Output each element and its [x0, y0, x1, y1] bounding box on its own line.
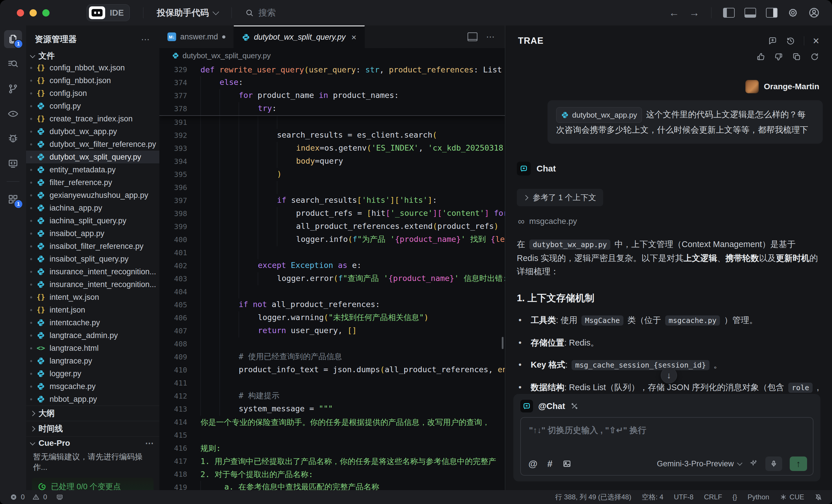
file-item[interactable]: insaibot_filter_reference.py [26, 240, 159, 253]
close-window-button[interactable] [17, 9, 24, 17]
code-line[interactable]: 4182. 对于每个提取出的产品名称: [159, 468, 505, 481]
outline-section-header[interactable]: 大纲 [26, 405, 159, 421]
code-line[interactable]: 410product_info_text = json.dumps(all_pr… [159, 364, 505, 376]
send-button[interactable]: ↑ [790, 456, 807, 471]
code-line[interactable]: 414你是一个专业的保险查询助手。你的任务是根据提供的产品信息，改写用户的查询， [159, 416, 505, 429]
code-line[interactable]: 413system_message = """ [159, 403, 505, 416]
code-line[interactable]: 394body=query [159, 155, 505, 168]
code-line[interactable]: 396 [159, 181, 505, 194]
thumbs-down-icon[interactable] [774, 52, 783, 61]
line-ending[interactable]: CRLF [704, 493, 722, 501]
file-item[interactable]: iachina_app.py [26, 202, 159, 214]
file-item[interactable]: <>langtrace.html [26, 342, 159, 354]
tab-dutybot-wx-split-query[interactable]: dutybot_wx_split_query.py × [234, 26, 365, 48]
context-file-row[interactable]: ∞ msgcache.py [518, 217, 832, 226]
code-line[interactable]: 393index=os.getenv('ES_INDEX', 'cx_kdb_2… [159, 142, 505, 155]
file-item[interactable]: logger.py [26, 367, 159, 380]
cue-pro-header[interactable]: Cue-Pro ⋯ [26, 436, 159, 450]
tools-icon[interactable] [570, 402, 578, 410]
account-avatar-icon[interactable] [808, 7, 820, 19]
tab-answer-md[interactable]: M↓ answer.md [159, 26, 234, 48]
file-reference-chip[interactable]: dutybot_wx_app.py [556, 107, 642, 123]
code-line[interactable]: 408 [159, 338, 505, 350]
file-item[interactable]: insaibot_app.py [26, 227, 159, 240]
explorer-more-button[interactable]: ⋯ [141, 38, 151, 41]
warnings-icon[interactable] [32, 493, 40, 501]
file-item[interactable]: gexianyewuzhushou_app.py [26, 189, 159, 202]
close-panel-icon[interactable]: × [813, 35, 819, 46]
cue-pro-more-button[interactable]: ⋯ [145, 442, 155, 445]
nav-back-button[interactable]: ← [669, 7, 679, 18]
zoom-window-button[interactable] [42, 9, 50, 17]
code-line[interactable]: 329def rewrite_user_query(user_query: st… [159, 63, 505, 76]
code-line[interactable]: 4171. 用户查询中已经提取出了产品名称，你的任务是将这些名称与参考信息中的完… [159, 455, 505, 468]
code-line[interactable]: 377for product_name in product_names: [159, 89, 505, 102]
code-line[interactable]: 400logger.info(f"为产品 '{product_name}' 找到… [159, 233, 505, 246]
language-mode[interactable]: Python [748, 493, 770, 501]
activity-preview[interactable] [4, 105, 22, 123]
close-tab-icon[interactable]: × [352, 32, 357, 42]
code-line[interactable]: 407return user_query, [] [159, 324, 505, 338]
timeline-section-header[interactable]: 时间线 [26, 421, 159, 436]
code-line[interactable]: 374else: [159, 76, 505, 89]
code-line[interactable]: 404 [159, 285, 505, 298]
split-editor-icon[interactable] [468, 32, 477, 41]
file-item[interactable]: {}config_nbbot_wx.json [26, 61, 159, 74]
file-item[interactable]: {}intent_wx.json [26, 291, 159, 303]
errors-icon[interactable] [10, 493, 17, 501]
image-icon[interactable] [562, 459, 572, 468]
activity-search[interactable] [4, 55, 22, 73]
braces-mode-icon[interactable]: {} [733, 493, 737, 501]
code-line[interactable]: 397if search_results['hits']['hits']: [159, 194, 505, 207]
file-item[interactable]: insurance_intent_recognition... [26, 265, 159, 278]
nav-forward-button[interactable]: → [689, 7, 700, 18]
editor-more-button[interactable]: ⋯ [486, 35, 496, 38]
message-input[interactable]: "↑↓" 切换历史输入 , "⇧↵" 换行 @ # Gemini-3-Pro-P… [520, 417, 813, 476]
activity-terminal[interactable] [4, 155, 22, 173]
hashtag-icon[interactable]: # [547, 458, 552, 469]
mic-button[interactable] [765, 456, 782, 471]
file-item[interactable]: msgcache.py [26, 380, 159, 393]
notifications-muted-icon[interactable] [815, 493, 822, 501]
breadcrumb[interactable]: dutybot_wx_split_query.py [159, 48, 505, 63]
regenerate-icon[interactable] [810, 52, 819, 61]
cue-status[interactable]: CUE [780, 493, 804, 501]
app-logo-pill[interactable]: IDE [87, 4, 130, 21]
toggle-bottom-panel-button[interactable] [745, 8, 756, 18]
model-selector[interactable]: Gemini-3-Pro-Preview [657, 459, 742, 468]
encoding[interactable]: UTF-8 [674, 493, 694, 501]
project-selector[interactable]: 投保助手代码 [157, 7, 218, 19]
file-item[interactable]: dutybot_wx_split_query.py [26, 151, 159, 163]
code-line[interactable]: 401 [159, 246, 505, 259]
copy-icon[interactable] [792, 52, 801, 61]
file-item[interactable]: intentcache.py [26, 316, 159, 329]
code-line[interactable]: 419 a. 在参考信息中查找最匹配的完整产品名称 [159, 481, 505, 490]
code-line[interactable]: 415 [159, 429, 505, 442]
file-item[interactable]: {}intent.json [26, 303, 159, 316]
file-item[interactable]: filter_reference.py [26, 176, 159, 189]
code-line[interactable]: 406logger.warning("未找到任何产品相关信息") [159, 311, 505, 324]
code-line[interactable]: 402except Exception as e: [159, 259, 505, 272]
editor-scrollbar-thumb[interactable] [502, 337, 503, 349]
input-mode-label[interactable]: @Chat [538, 401, 565, 411]
file-item[interactable]: {}config.json [26, 87, 159, 100]
code-line[interactable]: 399all_product_references.extend(product… [159, 220, 505, 233]
toggle-left-panel-button[interactable] [723, 8, 735, 18]
file-item[interactable]: {}config_nbbot.json [26, 74, 159, 87]
code-line[interactable]: 378try: [159, 102, 505, 115]
code-line[interactable]: 411 [159, 376, 505, 390]
file-item[interactable]: nbbot_app.py [26, 393, 159, 405]
code-line[interactable]: 403logger.error(f"查询产品 '{product_name}' … [159, 272, 505, 285]
code-line[interactable]: 395) [159, 168, 505, 181]
file-item[interactable]: langtrace_admin.py [26, 329, 159, 342]
file-item[interactable]: {}create_trace_index.json [26, 112, 159, 125]
code-line[interactable]: 405if not all_product_references: [159, 298, 505, 311]
file-item[interactable]: insaibot_split_query.py [26, 253, 159, 265]
global-search[interactable]: 搜索 [245, 7, 276, 19]
file-item[interactable]: iachina_split_query.py [26, 214, 159, 227]
file-item[interactable]: langtrace.py [26, 354, 159, 367]
new-chat-icon[interactable] [768, 36, 777, 46]
code-line[interactable]: 412# 构建提示 [159, 390, 505, 403]
thumbs-up-icon[interactable] [756, 52, 765, 61]
scroll-to-bottom-button[interactable]: ↓ [661, 367, 677, 383]
